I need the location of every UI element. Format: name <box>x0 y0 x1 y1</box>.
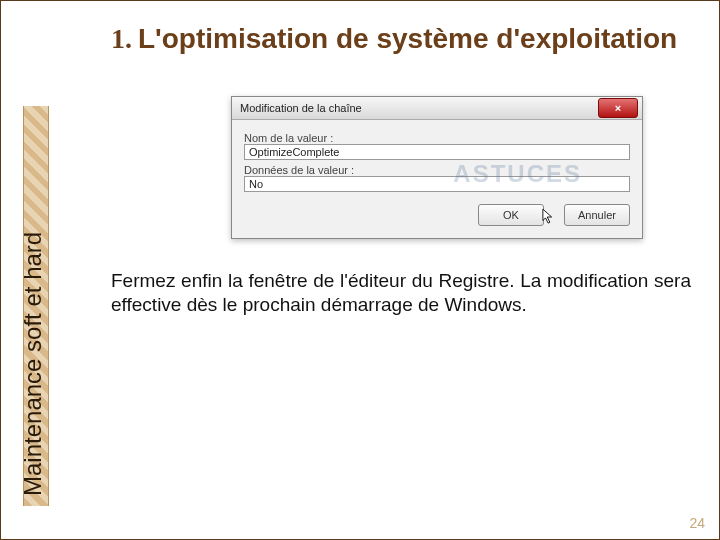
sidebar-label: Maintenance soft et hard <box>19 232 47 496</box>
instruction-paragraph: Fermez enfin la fenêtre de l'éditeur du … <box>111 269 691 318</box>
page-title: 1.L'optimisation de système d'exploitati… <box>111 19 699 56</box>
value-data-label: Données de la valeur : <box>244 164 630 176</box>
cancel-button[interactable]: Annuler <box>564 204 630 226</box>
close-button[interactable]: × <box>598 98 638 118</box>
ok-button[interactable]: OK <box>478 204 544 226</box>
close-icon: × <box>615 102 621 114</box>
cancel-button-label: Annuler <box>578 209 616 221</box>
ok-button-label: OK <box>503 209 519 221</box>
value-name-label: Nom de la valeur : <box>244 132 630 144</box>
main-content: 1.L'optimisation de système d'exploitati… <box>111 19 699 317</box>
registry-edit-dialog: Modification de la chaîne × ASTUCES Nom … <box>231 96 643 239</box>
page-number: 24 <box>689 515 705 531</box>
cursor-icon <box>542 208 556 226</box>
title-number: 1. <box>111 23 132 54</box>
dialog-title: Modification de la chaîne <box>240 102 362 114</box>
dialog-body: ASTUCES Nom de la valeur : Données de la… <box>232 120 642 238</box>
dialog-titlebar[interactable]: Modification de la chaîne × <box>232 97 642 120</box>
value-data-input[interactable] <box>244 176 630 192</box>
dialog-button-row: OK Annuler <box>244 204 630 226</box>
value-name-input[interactable] <box>244 144 630 160</box>
title-text: L'optimisation de système d'exploitation <box>138 23 677 54</box>
